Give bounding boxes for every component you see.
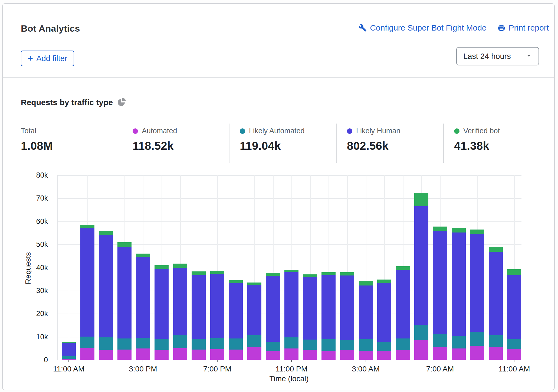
bar-segment-likely-automated[interactable] [173,335,187,348]
bar-7-am-20[interactable] [433,227,447,360]
bar-segment-automated[interactable] [507,349,521,360]
bar-segment-likely-human[interactable] [507,275,521,339]
bar-segment-likely-automated[interactable] [414,325,428,340]
bar-segment-verified-bot[interactable] [507,269,521,275]
bar-segment-verified-bot[interactable] [433,227,447,231]
bar-segment-automated[interactable] [80,348,94,360]
bar-segment-likely-human[interactable] [303,277,317,340]
bar-8-pm-9[interactable] [229,280,243,360]
bar-9-am-22[interactable] [470,230,484,360]
add-filter-button[interactable]: + Add filter [21,51,74,66]
bar-segment-automated[interactable] [414,340,428,360]
bar-segment-likely-human[interactable] [489,252,503,335]
bar-segment-likely-automated[interactable] [62,356,76,359]
bar-segment-likely-automated[interactable] [507,339,521,349]
bar-12-pm-1[interactable] [80,225,94,360]
bar-4-pm-5[interactable] [155,265,169,360]
bar-segment-automated[interactable] [433,347,447,360]
bar-segment-automated[interactable] [192,350,206,360]
bar-segment-likely-human[interactable] [80,228,94,337]
bar-segment-automated[interactable] [377,351,391,360]
bar-segment-likely-automated[interactable] [321,339,336,351]
bar-6-pm-7[interactable] [192,271,206,360]
bar-4-am-17[interactable] [377,280,391,360]
bar-segment-automated[interactable] [266,351,280,360]
bar-segment-verified-bot[interactable] [99,231,113,235]
bar-segment-likely-human[interactable] [266,276,280,341]
bar-segment-likely-automated[interactable] [80,337,94,348]
bar-11-pm-12[interactable] [284,270,298,360]
bar-segment-verified-bot[interactable] [229,280,243,283]
bar-segment-likely-human[interactable] [377,283,391,342]
bar-segment-automated[interactable] [303,350,317,360]
bar-segment-likely-human[interactable] [173,268,187,335]
bar-segment-likely-automated[interactable] [359,339,373,351]
bar-segment-verified-bot[interactable] [155,265,169,269]
bar-5-am-18[interactable] [396,266,410,360]
bar-segment-likely-human[interactable] [117,247,132,338]
bar-2-am-15[interactable] [340,272,354,360]
time-range-select[interactable]: Last 24 hours [456,47,539,65]
bar-segment-likely-automated[interactable] [136,338,150,348]
bar-segment-automated[interactable] [284,348,298,360]
bar-6-am-19[interactable] [414,193,428,360]
bar-segment-automated[interactable] [117,350,132,360]
bar-segment-likely-automated[interactable] [396,338,410,350]
bar-segment-verified-bot[interactable] [340,272,354,275]
bar-segment-likely-automated[interactable] [303,340,317,350]
bar-segment-likely-human[interactable] [210,274,224,338]
bar-segment-likely-human[interactable] [452,232,466,336]
bar-segment-verified-bot[interactable] [80,225,94,228]
bar-segment-automated[interactable] [229,350,243,360]
bar-segment-likely-human[interactable] [192,275,206,339]
bar-segment-likely-human[interactable] [321,275,336,339]
bar-segment-likely-human[interactable] [433,231,447,334]
bar-segment-likely-human[interactable] [359,285,373,339]
bar-segment-likely-automated[interactable] [266,342,280,351]
bar-segment-likely-automated[interactable] [340,340,354,350]
bar-12-am-13[interactable] [303,274,317,360]
bar-segment-verified-bot[interactable] [414,193,428,207]
bar-segment-automated[interactable] [321,351,336,360]
configure-super-bot-fight-mode-link[interactable]: Configure Super Bot Fight Mode [359,23,486,32]
bar-segment-automated[interactable] [247,347,261,360]
bar-2-pm-3[interactable] [117,242,132,360]
bar-segment-likely-human[interactable] [62,343,76,357]
bar-segment-verified-bot[interactable] [173,264,187,268]
bar-1-am-14[interactable] [321,272,336,360]
bar-segment-automated[interactable] [396,350,410,360]
bar-segment-likely-human[interactable] [414,206,428,325]
bar-segment-likely-human[interactable] [229,283,243,338]
bar-1-pm-2[interactable] [99,231,113,360]
bar-segment-verified-bot[interactable] [247,283,261,285]
bar-segment-automated[interactable] [155,350,169,360]
bar-segment-verified-bot[interactable] [303,274,317,277]
bar-segment-verified-bot[interactable] [266,273,280,276]
bar-segment-likely-automated[interactable] [229,338,243,350]
bar-segment-automated[interactable] [136,348,150,360]
bar-segment-likely-automated[interactable] [210,338,224,349]
bar-segment-automated[interactable] [99,350,113,360]
bar-segment-likely-human[interactable] [470,234,484,332]
bar-segment-likely-human[interactable] [247,285,261,335]
bar-segment-likely-human[interactable] [284,272,298,337]
bar-segment-likely-human[interactable] [396,270,410,338]
bar-segment-verified-bot[interactable] [396,266,410,270]
bar-10-am-23[interactable] [489,247,503,360]
bar-9-pm-10[interactable] [247,283,261,360]
bar-segment-verified-bot[interactable] [210,271,224,274]
print-report-link[interactable]: Print report [497,23,549,32]
bar-segment-likely-human[interactable] [155,269,169,339]
bar-segment-likely-automated[interactable] [192,339,206,350]
bar-11-am-24[interactable] [507,269,521,360]
bar-3-am-16[interactable] [359,281,373,360]
bar-segment-automated[interactable] [470,346,484,360]
bar-segment-likely-automated[interactable] [377,342,391,351]
bar-8-am-21[interactable] [452,228,466,360]
bar-3-pm-4[interactable] [136,254,150,360]
bar-segment-automated[interactable] [359,351,373,360]
bar-segment-likely-human[interactable] [136,257,150,338]
bar-segment-likely-automated[interactable] [247,335,261,347]
bar-segment-automated[interactable] [489,347,503,360]
bar-segment-likely-automated[interactable] [155,339,169,350]
